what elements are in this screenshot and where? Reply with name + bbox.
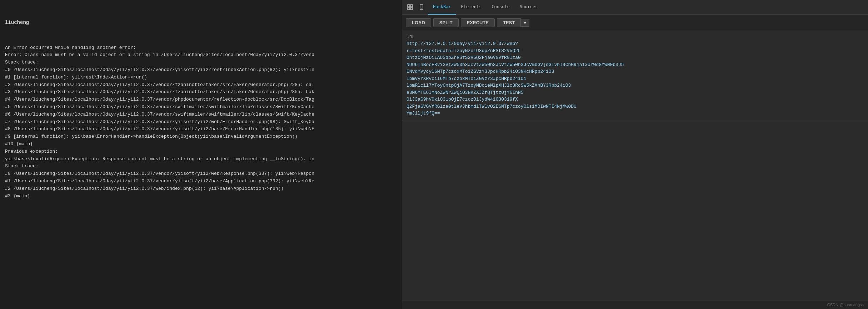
svg-rect-2	[408, 7, 410, 10]
error-content: An Error occurred while handling another…	[5, 44, 397, 200]
page-title: liucheng	[5, 19, 397, 26]
split-button[interactable]: SPLIT	[433, 18, 459, 27]
test-button-group: TEST ▼	[497, 18, 529, 27]
inspect-icon[interactable]	[405, 2, 415, 12]
tab-elements[interactable]: Elements	[456, 0, 487, 15]
svg-rect-1	[410, 5, 413, 7]
hackbar-toolbar: LOAD SPLIT EXECUTE TEST ▼	[402, 15, 868, 31]
execute-button[interactable]: EXECUTE	[461, 18, 495, 27]
svg-rect-0	[408, 5, 410, 7]
test-button[interactable]: TEST	[497, 18, 521, 27]
svg-point-5	[421, 9, 422, 9]
attribution-text: CSDN @huamangss	[827, 303, 864, 307]
devtools-topbar: HackBar Elements Console Sources	[402, 0, 868, 15]
hackbar-devtools-panel: HackBar Elements Console Sources LOAD SP…	[402, 0, 868, 309]
load-button[interactable]: LOAD	[406, 18, 431, 27]
attribution-bar: CSDN @huamangss	[402, 300, 868, 309]
tab-sources[interactable]: Sources	[515, 0, 543, 15]
test-dropdown-button[interactable]: ▼	[521, 19, 529, 27]
mobile-icon[interactable]	[416, 2, 426, 12]
tab-hackbar[interactable]: HackBar	[428, 0, 456, 15]
error-output-panel: liucheng An Error occurred while handlin…	[0, 0, 402, 309]
tab-console[interactable]: Console	[487, 0, 515, 15]
svg-rect-3	[410, 7, 413, 10]
url-label: URL	[406, 35, 864, 39]
url-value[interactable]: http://127.0.0.1/0day/yii/yii2.0.37/web?…	[406, 40, 864, 117]
url-section: URL http://127.0.0.1/0day/yii/yii2.0.37/…	[402, 31, 868, 121]
